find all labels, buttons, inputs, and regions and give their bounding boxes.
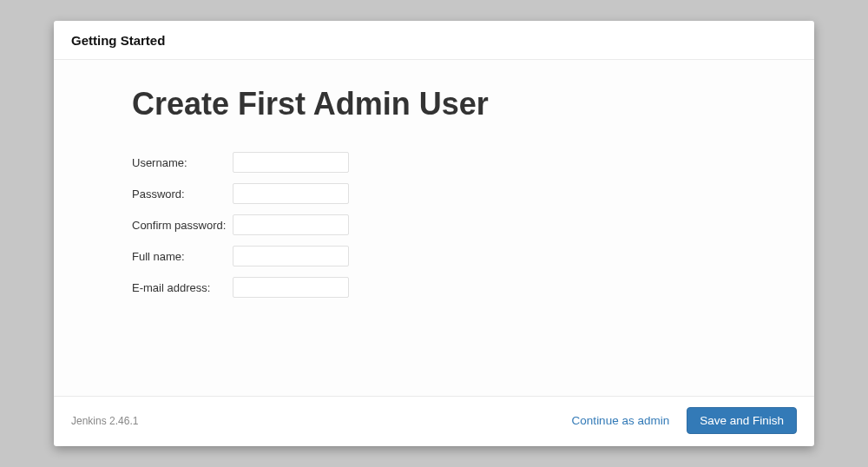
setup-wizard-modal: Getting Started Create First Admin User …: [54, 21, 814, 446]
footer-actions: Continue as admin Save and Finish: [569, 407, 797, 434]
modal-body: Create First Admin User Username: Passwo…: [54, 60, 814, 396]
password-input[interactable]: [233, 183, 349, 204]
save-and-finish-button[interactable]: Save and Finish: [687, 407, 797, 434]
full-name-label: Full name:: [132, 240, 233, 272]
modal-footer: Jenkins 2.46.1 Continue as admin Save an…: [54, 396, 814, 446]
email-label: E-mail address:: [132, 272, 233, 303]
email-input[interactable]: [233, 277, 349, 298]
modal-header-title: Getting Started: [71, 33, 797, 48]
admin-user-form: Username: Password: Confirm password: Fu…: [132, 147, 349, 303]
page-title: Create First Admin User: [132, 86, 736, 122]
version-text: Jenkins 2.46.1: [71, 415, 138, 427]
username-input[interactable]: [233, 152, 349, 173]
modal-header: Getting Started: [54, 21, 814, 60]
username-label: Username:: [132, 147, 233, 178]
confirm-password-input[interactable]: [233, 214, 349, 235]
full-name-input[interactable]: [233, 246, 349, 266]
confirm-password-label: Confirm password:: [132, 209, 233, 240]
password-label: Password:: [132, 178, 233, 209]
continue-as-admin-button[interactable]: Continue as admin: [569, 409, 674, 432]
